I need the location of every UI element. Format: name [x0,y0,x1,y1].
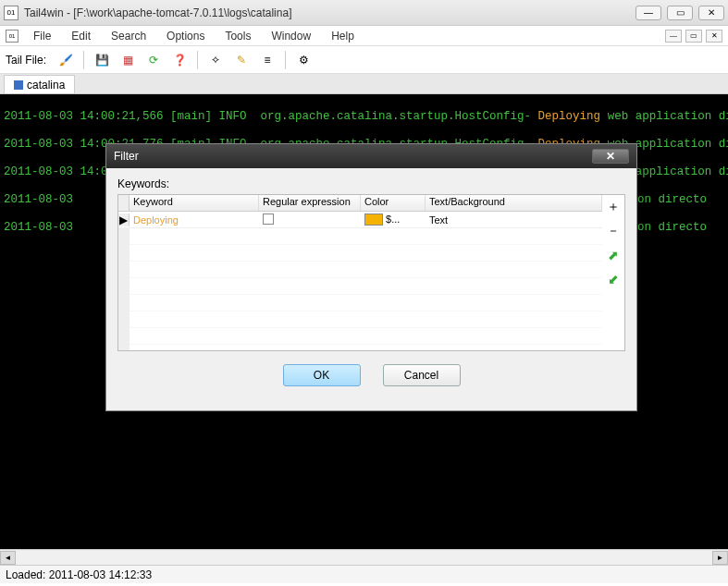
settings-button[interactable]: ⚙ [293,50,314,70]
statusbar: Loaded: 2011-08-03 14:12:33 [0,565,728,583]
pdf-button[interactable]: ▦ [117,50,138,70]
export-button[interactable]: ⬋ [605,271,622,287]
info-button[interactable]: ❓ [169,50,190,70]
marker-icon: ✎ [237,54,246,67]
cancel-button[interactable]: Cancel [383,364,461,386]
menu-help[interactable]: Help [322,28,364,44]
grid-row[interactable]: ▶ Deploying $... Text [118,212,602,228]
app-icon-small: 01 [6,30,19,43]
menu-tools[interactable]: Tools [216,28,260,44]
tab-catalina[interactable]: catalina [4,75,75,93]
file-icon [14,80,23,90]
regex-checkbox[interactable] [263,214,274,225]
cell-regex[interactable] [259,213,361,227]
col-keyword[interactable]: Keyword [130,195,259,211]
mdi-restore-button[interactable]: ▭ [685,30,702,43]
color-swatch[interactable] [364,214,383,226]
cell-keyword[interactable]: Deploying [130,214,259,226]
horizontal-scrollbar[interactable]: ◄ ► [0,549,728,565]
maximize-button[interactable]: ▭ [667,6,693,20]
marker-button[interactable]: ✎ [231,50,252,70]
brush-icon: 🖌️ [59,54,73,67]
menubar: 01 File Edit Search Options Tools Window… [0,26,728,46]
app-icon: 01 [4,6,19,20]
grid-side-buttons: ＋ － ⬈ ⬋ [602,195,624,350]
pdf-icon: ▦ [123,54,133,67]
keywords-grid: Keyword Regular expression Color Text/Ba… [117,194,625,351]
floppy-icon: 💾 [95,54,109,67]
close-button[interactable]: ✕ [698,6,724,20]
titlebar: 01 Tail4win - [F:\work\apache-tomcat-7.0… [0,0,728,26]
scroll-right-button[interactable]: ► [712,551,728,565]
menu-options[interactable]: Options [157,28,214,44]
import-button[interactable]: ⬈ [605,247,622,263]
dialog-close-button[interactable]: ✕ [592,149,629,164]
refresh-button[interactable]: ⟳ [143,50,164,70]
ok-button[interactable]: OK [283,364,361,386]
menu-edit[interactable]: Edit [62,28,100,44]
log-line: 2011-08-03 14:00:21,566 [main] INFO org.… [4,110,724,124]
import-icon: ⬈ [608,248,619,262]
filter-icon: ≡ [265,54,271,67]
open-file-button[interactable]: 🖌️ [56,50,76,70]
col-regex[interactable]: Regular expression [259,195,361,211]
row-selector-icon: ▶ [118,214,130,226]
keywords-label: Keywords: [117,177,625,190]
menu-window[interactable]: Window [262,28,320,44]
col-color[interactable]: Color [361,195,426,211]
mdi-close-button[interactable]: ✕ [706,30,722,43]
minimize-button[interactable]: — [635,6,661,20]
scroll-left-button[interactable]: ◄ [0,551,16,565]
cell-color[interactable]: $... [361,213,426,227]
mdi-minimize-button[interactable]: — [665,30,682,43]
info-icon: ❓ [173,54,187,67]
col-text-background[interactable]: Text/Background [426,195,602,211]
menu-file[interactable]: File [24,28,60,44]
tab-label: catalina [27,79,65,92]
separator [197,51,198,69]
separator [285,51,286,69]
menu-search[interactable]: Search [102,28,155,44]
gear-icon: ⚙ [299,54,309,67]
export-icon: ⬋ [608,272,619,287]
add-row-button[interactable]: ＋ [605,199,622,215]
grid-empty-area [118,228,602,350]
remove-row-button[interactable]: － [605,223,622,239]
status-text: Loaded: 2011-08-03 14:12:33 [6,568,152,581]
minus-icon: － [607,223,620,239]
filter-dialog: Filter ✕ Keywords: Keyword Regular expre… [105,143,637,411]
separator [83,51,84,69]
toolbar-label: Tail File: [6,54,46,67]
dialog-titlebar[interactable]: Filter ✕ [106,144,636,168]
cell-text-background[interactable]: Text [426,214,602,226]
grid-header: Keyword Regular expression Color Text/Ba… [118,195,602,212]
refresh-icon: ⟳ [149,54,158,67]
filter-button[interactable]: ≡ [257,50,278,70]
scroll-track[interactable] [16,551,712,565]
plus-icon: ＋ [607,199,620,215]
highlight-button[interactable]: ✧ [205,50,226,70]
dialog-title-text: Filter [114,150,139,163]
save-button[interactable]: 💾 [92,50,112,70]
tabbar: catalina [0,74,728,94]
window-title: Tail4win - [F:\work\apache-tomcat-7.0.11… [24,6,635,19]
toolbar: Tail File: 🖌️ 💾 ▦ ⟳ ❓ ✧ ✎ ≡ ⚙ [0,46,728,74]
highlight-icon: ✧ [211,54,220,67]
